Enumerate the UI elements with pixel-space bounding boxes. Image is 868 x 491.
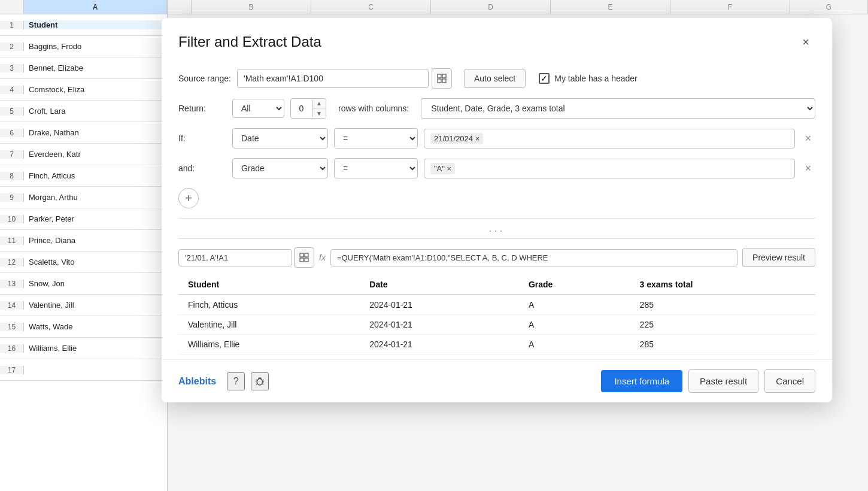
add-condition-button[interactable]: + <box>178 188 199 208</box>
svg-point-8 <box>257 378 263 385</box>
dialog-body: Source range: Auto select ✓ My table has… <box>162 61 832 354</box>
col-header-e: E <box>551 0 670 14</box>
if-condition-select[interactable]: Date Student Grade 3 exams total <box>232 128 328 148</box>
source-range-grid-icon-btn[interactable] <box>432 68 452 89</box>
sheet-cell: Valentine, Jill <box>24 301 167 310</box>
paste-result-button[interactable]: Paste result <box>688 369 758 393</box>
result-table: Student Date Grade 3 exams total Finch, … <box>178 275 815 354</box>
result-table-row: Valentine, Jill2024-01-21A225 <box>178 315 815 335</box>
sheet-row: 10Parker, Peter <box>0 208 167 230</box>
result-cell-student: Valentine, Jill <box>178 315 360 335</box>
source-range-row: Source range: Auto select ✓ My table has… <box>178 68 815 89</box>
divider-dots: ... <box>178 218 815 239</box>
stepper-arrows: ▲ ▼ <box>312 99 326 118</box>
if-row: If: Date Student Grade 3 exams total = ≠… <box>178 128 815 148</box>
fx-label: fx <box>319 253 326 262</box>
row-number: 14 <box>0 301 24 310</box>
header-checkbox-area: ✓ My table has a header <box>539 73 638 84</box>
svg-rect-3 <box>442 79 446 83</box>
remove-and-condition-button[interactable]: × <box>801 161 815 175</box>
result-cell-total: 225 <box>630 315 815 335</box>
if-value-tag: 21/01/2024 × <box>430 133 483 144</box>
row-number: 11 <box>0 237 24 245</box>
close-button[interactable]: × <box>796 32 815 51</box>
svg-rect-5 <box>305 253 308 257</box>
dialog-title: Filter and Extract Data <box>178 34 321 50</box>
svg-rect-2 <box>438 79 441 83</box>
help-button[interactable]: ? <box>227 372 245 390</box>
source-range-input[interactable] <box>237 69 429 88</box>
row-number: 10 <box>0 215 24 223</box>
return-select[interactable]: All Top Bottom <box>232 99 284 118</box>
stepper-down-button[interactable]: ▼ <box>312 108 326 118</box>
result-cell-date: 2024-01-21 <box>360 295 519 315</box>
svg-rect-6 <box>300 258 304 262</box>
sheet-cell: Bennet, Elizabe <box>24 63 167 72</box>
formula-cell-ref-input[interactable] <box>178 249 292 266</box>
columns-select[interactable]: Student, Date, Grade, 3 exams total <box>421 98 815 119</box>
svg-rect-1 <box>442 74 446 78</box>
result-table-header-row: Student Date Grade 3 exams total <box>178 275 815 295</box>
sheet-row: 3Bennet, Elizabe <box>0 57 167 79</box>
result-cell-student: Finch, Atticus <box>178 295 360 315</box>
return-row: Return: All Top Bottom 0 ▲ ▼ rows with c… <box>178 98 815 119</box>
insert-formula-button[interactable]: Insert formula <box>601 370 682 392</box>
sheet-cell: Morgan, Arthu <box>24 193 167 202</box>
result-cell-grade: A <box>519 335 630 354</box>
result-cell-total: 285 <box>630 335 815 354</box>
sheet-row: 8Finch, Atticus <box>0 165 167 187</box>
header-checkbox[interactable]: ✓ <box>539 73 550 84</box>
row-number: 7 <box>0 150 24 159</box>
sheet-row: 7Everdeen, Katr <box>0 144 167 165</box>
corner-cell <box>0 0 24 14</box>
sheet-row: 12Scaletta, Vito <box>0 251 167 273</box>
stepper-up-button[interactable]: ▲ <box>312 99 326 108</box>
sheet-cell: Everdeen, Katr <box>24 150 167 159</box>
dialog-footer: Ablebits ? Insert formula Paste result C… <box>162 359 832 402</box>
remove-if-condition-button[interactable]: × <box>801 131 815 146</box>
row-number: 16 <box>0 344 24 353</box>
if-value-input[interactable]: 21/01/2024 × <box>424 129 795 148</box>
sheet-cell: Comstock, Eliza <box>24 85 167 94</box>
auto-select-button[interactable]: Auto select <box>464 69 526 88</box>
result-table-row: Williams, Ellie2024-01-21A285 <box>178 335 815 354</box>
svg-rect-0 <box>438 74 441 78</box>
sheet-cell: Parker, Peter <box>24 214 167 223</box>
sheet-row: 2Baggins, Frodo <box>0 36 167 57</box>
and-operator-select[interactable]: = ≠ < > <box>334 158 418 178</box>
col-header-f: F <box>670 0 790 14</box>
if-operator-select[interactable]: = ≠ < > <box>334 128 418 148</box>
sheet-cell: Williams, Ellie <box>24 344 167 353</box>
and-row: and: Grade Student Date 3 exams total = … <box>178 158 815 178</box>
sheet-row: 6Drake, Nathan <box>0 122 167 144</box>
sheet-row: 5Croft, Lara <box>0 101 167 122</box>
if-label: If: <box>178 134 226 143</box>
col-header-b: B <box>192 0 311 14</box>
sheet-row: 1Student <box>0 14 167 36</box>
add-condition-row: + <box>178 188 815 208</box>
sheet-row: 13Snow, Jon <box>0 273 167 295</box>
result-cell-grade: A <box>519 295 630 315</box>
sheet-cell: Prince, Diana <box>24 236 167 245</box>
row-number: 8 <box>0 172 24 180</box>
svg-rect-4 <box>300 253 304 257</box>
sheet-cell: Finch, Atticus <box>24 171 167 180</box>
formula-display: =QUERY('Math exam'!A1:D100,"SELECT A, B,… <box>330 249 738 266</box>
formula-grid-icon-btn[interactable] <box>294 247 314 268</box>
bug-report-button[interactable] <box>251 372 269 390</box>
sheet-cell: Croft, Lara <box>24 107 167 116</box>
row-number: 1 <box>0 21 24 29</box>
cancel-button[interactable]: Cancel <box>764 369 815 393</box>
row-number: 2 <box>0 43 24 51</box>
row-number: 15 <box>0 323 24 331</box>
and-condition-select[interactable]: Grade Student Date 3 exams total <box>232 158 328 178</box>
and-value-input[interactable]: "A" × <box>424 159 795 178</box>
sheet-cell: Snow, Jon <box>24 279 167 288</box>
col-student-header: Student <box>178 275 360 295</box>
preview-result-button[interactable]: Preview result <box>742 248 815 267</box>
result-cell-student: Williams, Ellie <box>178 335 360 354</box>
row-number: 3 <box>0 64 24 72</box>
filter-extract-dialog: Filter and Extract Data × Source range: … <box>162 18 832 402</box>
return-number-stepper: 0 ▲ ▼ <box>290 98 326 119</box>
rows-with-columns-label: rows with columns: <box>338 104 409 113</box>
